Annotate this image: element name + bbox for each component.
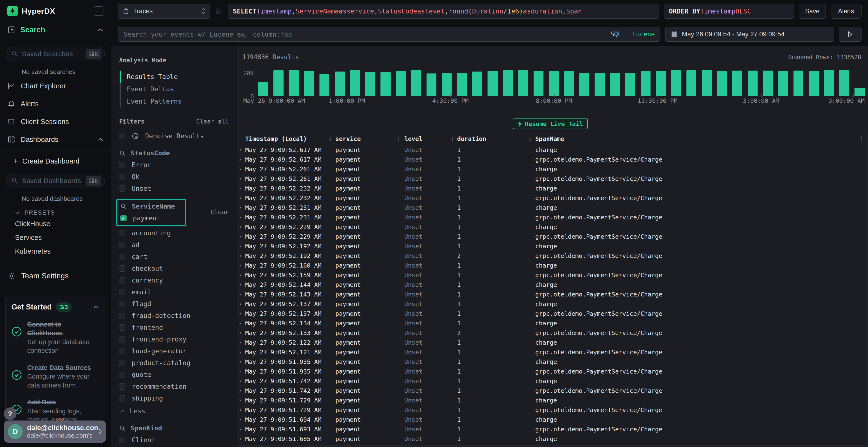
filter-option-recommendation[interactable]: recommendation xyxy=(119,383,229,390)
row-expand-icon[interactable]: › xyxy=(239,262,245,269)
row-expand-icon[interactable]: › xyxy=(239,301,245,307)
row-expand-icon[interactable]: › xyxy=(239,426,245,433)
run-query-button[interactable] xyxy=(839,27,862,42)
row-expand-icon[interactable]: › xyxy=(239,214,245,220)
histogram-bar[interactable] xyxy=(839,70,849,96)
histogram-bar[interactable] xyxy=(794,71,803,96)
column-duration[interactable]: duration xyxy=(452,135,529,142)
table-row[interactable]: ›May 27 9:09:51.742 AMpaymentUnset1grpc.… xyxy=(237,386,868,396)
chevron-up-icon[interactable] xyxy=(93,305,99,309)
table-row[interactable]: ›May 27 9:09:51.729 AMpaymentUnset1grpc.… xyxy=(237,405,868,415)
filter-option-email[interactable]: email xyxy=(119,288,229,296)
row-expand-icon[interactable]: › xyxy=(239,378,245,384)
resume-live-tail-button[interactable]: Resume Live Tail xyxy=(513,118,588,129)
filter-group-servicename[interactable]: ServiceName xyxy=(120,203,182,210)
histogram-bar[interactable] xyxy=(579,73,589,96)
checkbox[interactable] xyxy=(119,360,125,366)
row-expand-icon[interactable]: › xyxy=(239,358,245,365)
get-started-item[interactable]: Create Data SourcesConfigure where your … xyxy=(11,364,99,390)
clear-all-link[interactable]: Clear all xyxy=(196,118,229,125)
checkbox[interactable] xyxy=(119,242,125,248)
filter-option-unset[interactable]: Unset xyxy=(119,185,229,192)
date-range-picker[interactable]: May 26 09:09:54 - May 27 09:09:54 xyxy=(665,27,834,42)
column-spanname[interactable]: SpanName xyxy=(529,135,868,142)
filter-option-client[interactable]: Client xyxy=(119,436,229,444)
table-row[interactable]: ›May 27 9:09:52.229 AMpaymentUnset1grpc.… xyxy=(237,232,868,241)
histogram-bar[interactable] xyxy=(564,71,574,96)
histogram-bar[interactable] xyxy=(641,71,651,96)
clear-link[interactable]: Clear xyxy=(211,209,229,215)
table-row[interactable]: ›May 27 9:09:52.232 AMpaymentUnset1grpc.… xyxy=(237,193,868,203)
chevron-up-icon[interactable] xyxy=(97,28,103,32)
search-input[interactable] xyxy=(123,31,610,38)
histogram-bar[interactable] xyxy=(809,71,818,96)
query-mode-toggle[interactable]: SQL | Lucene xyxy=(610,31,655,38)
table-row[interactable]: ›May 27 9:09:52.133 AMpaymentUnset2grpc.… xyxy=(237,328,868,338)
mode-sql[interactable]: SQL xyxy=(610,31,622,38)
checkbox-checked[interactable]: ✓ xyxy=(120,215,127,221)
vertical-scrollbar[interactable] xyxy=(866,133,868,447)
histogram-bar[interactable] xyxy=(748,71,757,96)
preset-kubernetes[interactable]: Kubernetes xyxy=(0,244,111,258)
column-level[interactable]: level xyxy=(397,135,452,142)
histogram-bar[interactable] xyxy=(855,88,864,96)
row-expand-icon[interactable]: › xyxy=(239,310,245,317)
table-row[interactable]: ›May 27 9:09:51.685 AMpaymentUnset1charg… xyxy=(237,434,868,444)
histogram-bar[interactable] xyxy=(610,73,620,96)
table-row[interactable]: ›May 27 9:09:52.261 AMpaymentUnset1grpc.… xyxy=(237,174,868,183)
sql-select-input[interactable]: SELECT Timestamp, ServiceName as service… xyxy=(228,4,659,19)
sidebar-item-client-sessions[interactable]: Client Sessions xyxy=(0,113,111,131)
checkbox[interactable] xyxy=(119,289,125,295)
mode-lucene[interactable]: Lucene xyxy=(632,31,655,38)
row-expand-icon[interactable]: › xyxy=(239,224,245,230)
row-expand-icon[interactable]: › xyxy=(239,156,245,163)
histogram-bar[interactable] xyxy=(503,70,513,96)
table-options-icon[interactable]: ⋮ xyxy=(858,134,865,142)
table-row[interactable]: ›May 27 9:09:52.617 AMpaymentUnset1grpc.… xyxy=(237,154,868,164)
table-row[interactable]: ›May 27 9:09:52.231 AMpaymentUnset1grpc.… xyxy=(237,212,868,222)
histogram-bar[interactable] xyxy=(488,71,497,96)
row-expand-icon[interactable]: › xyxy=(239,243,245,249)
create-dashboard-button[interactable]: + Create Dashboard xyxy=(0,150,111,167)
checkbox[interactable] xyxy=(119,162,125,168)
denoise-checkbox[interactable] xyxy=(119,133,125,139)
show-less-toggle[interactable]: Less xyxy=(119,407,229,415)
horizontal-scrollbar[interactable] xyxy=(237,445,868,447)
filter-option-ok[interactable]: Ok xyxy=(119,173,229,180)
checkbox[interactable] xyxy=(119,437,125,443)
filter-option-payment[interactable]: ✓ payment xyxy=(120,214,182,222)
checkbox[interactable] xyxy=(119,185,125,192)
filter-option-shipping[interactable]: shipping xyxy=(119,394,229,402)
checkbox[interactable] xyxy=(119,174,125,180)
get-started-item[interactable]: Connect to ClickHouseSet up your databas… xyxy=(11,320,99,355)
row-expand-icon[interactable]: › xyxy=(239,339,245,346)
filter-option-quote[interactable]: quote xyxy=(119,371,229,378)
filter-option-currency[interactable]: currency xyxy=(119,276,229,284)
row-expand-icon[interactable]: › xyxy=(239,195,245,201)
table-row[interactable]: ›May 27 9:09:52.192 AMpaymentUnset1charg… xyxy=(237,241,868,251)
analysis-mode-event-patterns[interactable]: Event Patterns xyxy=(119,95,229,107)
histogram-bar[interactable] xyxy=(702,70,712,96)
table-row[interactable]: ›May 27 9:09:52.231 AMpaymentUnset1charg… xyxy=(237,203,868,212)
row-expand-icon[interactable]: › xyxy=(239,291,245,298)
histogram-bar[interactable] xyxy=(518,70,528,96)
row-expand-icon[interactable]: › xyxy=(239,368,245,375)
save-button[interactable]: Save xyxy=(799,4,826,19)
column-timestamp[interactable]: Timestamp (Local) xyxy=(245,135,329,142)
preset-services[interactable]: Services xyxy=(0,231,111,244)
sidebar-item-team-settings[interactable]: Team Settings xyxy=(0,258,111,283)
table-row[interactable]: ›May 27 9:09:52.192 AMpaymentUnset2grpc.… xyxy=(237,251,868,261)
table-row[interactable]: ›May 27 9:09:52.134 AMpaymentUnset1charg… xyxy=(237,318,868,328)
checkbox[interactable] xyxy=(119,265,125,272)
histogram-bar[interactable] xyxy=(442,73,452,96)
table-row[interactable]: ›May 27 9:09:51.742 AMpaymentUnset1charg… xyxy=(237,376,868,386)
checkbox[interactable] xyxy=(119,336,125,342)
user-menu[interactable]: D dale@clickhouse.com dale@clickhouse.co… xyxy=(4,420,106,443)
table-row[interactable]: ›May 27 9:09:52.137 AMpaymentUnset1grpc.… xyxy=(237,309,868,318)
sidebar-item-dashboards[interactable]: Dashboards xyxy=(0,131,111,148)
denoise-option[interactable]: Denoise Results xyxy=(119,132,229,140)
table-row[interactable]: ›May 27 9:09:52.261 AMpaymentUnset1charg… xyxy=(237,164,868,174)
filter-option-frontend-proxy[interactable]: frontend-proxy xyxy=(119,336,229,343)
table-row[interactable]: ›May 27 9:09:52.617 AMpaymentUnset1charg… xyxy=(237,145,868,154)
column-service[interactable]: service xyxy=(329,135,397,142)
